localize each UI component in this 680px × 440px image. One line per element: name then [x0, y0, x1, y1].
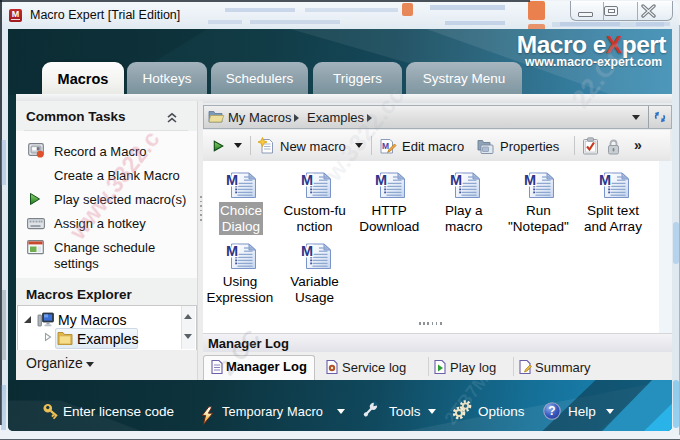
svg-text:M: M: [226, 172, 238, 188]
svg-text:M: M: [599, 172, 611, 188]
svg-text:M: M: [524, 172, 536, 188]
svg-text:M: M: [450, 172, 462, 188]
svg-text:M: M: [226, 243, 238, 259]
svg-text:M: M: [375, 172, 387, 188]
svg-text:M: M: [301, 243, 313, 259]
svg-text:M: M: [382, 141, 389, 151]
svg-text:?: ?: [548, 404, 555, 418]
